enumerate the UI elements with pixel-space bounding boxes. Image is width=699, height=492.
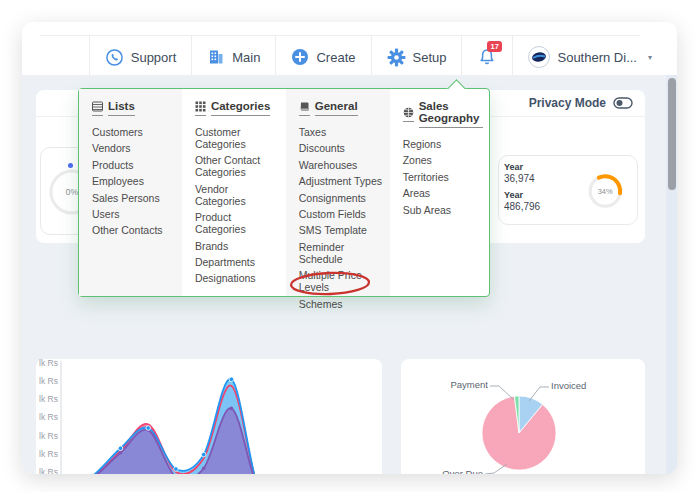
- menu-column-sales-geography: Sales GeographyRegionsZonesTerritoriesAr…: [390, 89, 489, 296]
- menu-item-regions[interactable]: Regions: [403, 138, 483, 150]
- gear-icon: [387, 48, 406, 67]
- menu-column-categories: CategoriesCustomer CategoriesOther Conta…: [182, 89, 286, 296]
- revenue-area-chart-card: lk Rslk Rslk Rslk Rslk Rslk Rslk Rs0 RsJ…: [36, 359, 382, 474]
- svg-text:0%: 0%: [66, 187, 79, 197]
- stat-value: 36,974: [504, 173, 540, 186]
- menu-item-sms-template[interactable]: SMS Template: [299, 224, 384, 236]
- support-icon: [105, 48, 124, 67]
- navbar: Support Main Create Setup 17: [89, 36, 667, 78]
- account-menu[interactable]: Southern Di... ▾: [512, 36, 667, 78]
- scrollbar-thumb[interactable]: [668, 78, 676, 190]
- menu-item-areas[interactable]: Areas: [403, 187, 483, 199]
- menu-item-customers[interactable]: Customers: [92, 126, 176, 138]
- plus-circle-icon: [291, 48, 309, 66]
- menu-item-sales-persons[interactable]: Sales Persons: [92, 192, 176, 204]
- svg-text:lk Rs: lk Rs: [39, 412, 58, 422]
- menu-column-title: Sales Geography: [419, 100, 483, 128]
- menu-item-custom-fields[interactable]: Custom Fields: [299, 208, 384, 220]
- support-label: Support: [131, 50, 177, 65]
- main-button[interactable]: Main: [191, 36, 275, 78]
- menu-column-lists: ListsCustomersVendorsProductsEmployeesSa…: [79, 89, 182, 296]
- menu-column-title: Lists: [108, 100, 135, 116]
- svg-text:lk Rs: lk Rs: [39, 359, 58, 368]
- menu-item-discounts[interactable]: Discounts: [299, 142, 384, 154]
- setup-mega-menu: ListsCustomersVendorsProductsEmployeesSa…: [78, 88, 490, 297]
- svg-text:lk Rs: lk Rs: [39, 431, 58, 441]
- menu-item-brands[interactable]: Brands: [195, 240, 280, 252]
- list-icon: [92, 101, 103, 116]
- receivables-pie-card: InvoicedOver DuePayment: [401, 359, 645, 474]
- menu-column-general: GeneralTaxesDiscountsWarehousesAdjustmen…: [286, 89, 390, 296]
- book-icon: [299, 101, 310, 116]
- main-label: Main: [232, 50, 260, 65]
- menu-item-users[interactable]: Users: [92, 208, 176, 220]
- support-button[interactable]: Support: [89, 36, 192, 78]
- notification-badge: 17: [487, 41, 501, 52]
- menu-column-title: General: [315, 100, 358, 116]
- scrollbar-track[interactable]: [666, 75, 677, 474]
- stat-value: 486,796: [504, 201, 540, 214]
- right-stat-card: Year 36,974 Year 486,796 34%: [498, 155, 638, 225]
- svg-text:lk Rs: lk Rs: [39, 376, 58, 386]
- menu-column-header: General: [299, 100, 384, 116]
- pie-chart: InvoicedOver DuePayment: [401, 359, 645, 474]
- menu-item-multiple-price-levels[interactable]: Multiple Price Levels: [299, 269, 384, 293]
- menu-column-header: Sales Geography: [403, 100, 483, 128]
- menu-item-sub-areas[interactable]: Sub Areas: [403, 204, 483, 216]
- stat-label: Year: [504, 190, 540, 201]
- menu-item-employees[interactable]: Employees: [92, 175, 176, 187]
- notifications-button[interactable]: 17: [461, 36, 512, 78]
- menu-item-products[interactable]: Products: [92, 159, 176, 171]
- svg-text:lk Rs: lk Rs: [39, 449, 58, 459]
- avatar: [528, 46, 550, 68]
- svg-text:Over Due: Over Due: [442, 468, 483, 474]
- menu-item-adjustment-types[interactable]: Adjustment Types: [299, 175, 384, 187]
- svg-text:lk Rs: lk Rs: [39, 394, 58, 404]
- stat-label: Year: [504, 162, 540, 173]
- privacy-mode-label: Privacy Mode: [529, 96, 606, 110]
- menu-item-customer-categories[interactable]: Customer Categories: [195, 126, 280, 150]
- svg-text:34%: 34%: [598, 187, 613, 196]
- svg-text:Invoiced: Invoiced: [551, 380, 586, 391]
- menu-item-reminder-schedule[interactable]: Reminder Schedule: [299, 241, 384, 265]
- percent-gauge: 34%: [586, 172, 624, 210]
- menu-item-territories[interactable]: Territories: [403, 171, 483, 183]
- grid-icon: [195, 101, 206, 116]
- svg-text:lk Rs: lk Rs: [39, 467, 58, 474]
- menu-column-title: Categories: [211, 100, 270, 116]
- menu-item-product-categories[interactable]: Product Categories: [195, 211, 280, 235]
- menu-item-departments[interactable]: Departments: [195, 256, 280, 268]
- bell-icon: 17: [477, 47, 497, 67]
- chevron-down-icon: ▾: [648, 53, 652, 62]
- menu-item-other-contact-categories[interactable]: Other Contact Categories: [195, 154, 280, 178]
- menu-item-schemes[interactable]: Schemes: [299, 298, 384, 310]
- menu-item-warehouses[interactable]: Warehouses: [299, 159, 384, 171]
- menu-column-header: Categories: [195, 100, 280, 116]
- create-button[interactable]: Create: [275, 36, 370, 78]
- privacy-toggle[interactable]: [613, 97, 633, 109]
- app-window: Support Main Create Setup 17: [22, 22, 677, 474]
- area-chart: lk Rslk Rslk Rslk Rslk Rslk Rslk Rs0 RsJ…: [36, 359, 382, 474]
- setup-button[interactable]: Setup: [371, 36, 462, 78]
- menu-item-designations[interactable]: Designations: [195, 272, 280, 284]
- menu-item-vendor-categories[interactable]: Vendor Categories: [195, 183, 280, 207]
- building-icon: [207, 48, 225, 66]
- setup-label: Setup: [413, 50, 447, 65]
- account-label: Southern Di...: [557, 50, 637, 65]
- menu-item-taxes[interactable]: Taxes: [299, 126, 384, 138]
- menu-item-zones[interactable]: Zones: [403, 154, 483, 166]
- menu-column-header: Lists: [92, 100, 176, 116]
- svg-text:Payment: Payment: [451, 379, 489, 390]
- globe-icon: [403, 107, 414, 122]
- menu-item-vendors[interactable]: Vendors: [92, 142, 176, 154]
- create-label: Create: [316, 50, 355, 65]
- menu-item-consignments[interactable]: Consignments: [299, 192, 384, 204]
- menu-item-other-contacts[interactable]: Other Contacts: [92, 224, 176, 236]
